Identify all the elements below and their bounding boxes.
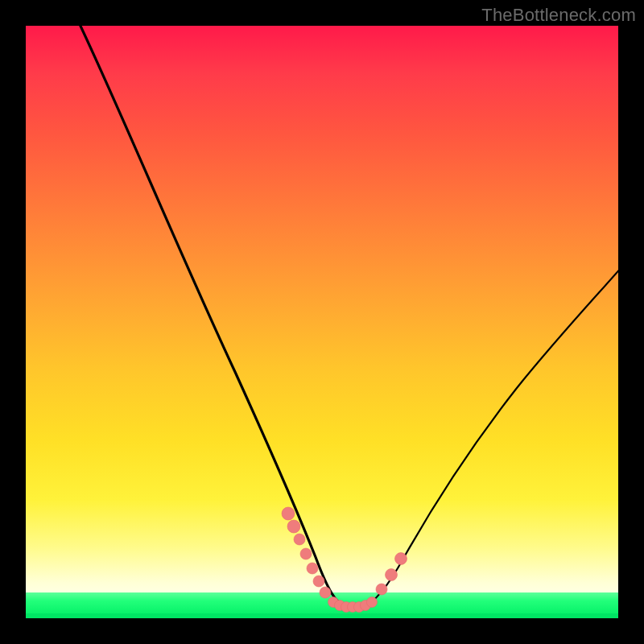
svg-point-13 (367, 597, 378, 608)
svg-point-1 (287, 520, 300, 533)
chart-frame: TheBottleneck.com (0, 0, 644, 644)
left-curve (79, 26, 346, 607)
svg-point-0 (282, 507, 295, 520)
svg-point-14 (376, 584, 387, 595)
svg-point-2 (294, 534, 305, 545)
watermark-text: TheBottleneck.com (481, 5, 636, 26)
plot-area (26, 26, 618, 618)
chart-svg (26, 26, 618, 618)
svg-point-3 (300, 548, 312, 559)
svg-point-5 (313, 576, 324, 587)
svg-point-16 (395, 553, 407, 565)
svg-point-15 (386, 569, 398, 581)
svg-point-4 (307, 563, 318, 574)
svg-point-6 (320, 587, 331, 598)
